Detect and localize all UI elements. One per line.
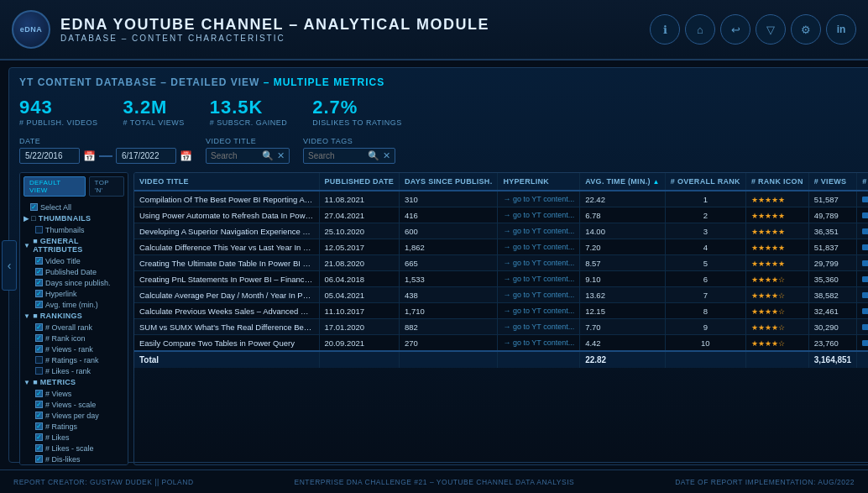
checkbox-thumbnails[interactable] [35, 226, 43, 233]
label-views: # Views [45, 390, 71, 398]
video-tags-filter-group: Video tags 🔍 ✕ [303, 137, 395, 164]
cell-hyperlink[interactable]: → go to YT content... [498, 303, 580, 319]
checkbox-ratings-rank[interactable] [35, 356, 43, 364]
search-icon-tags: 🔍 [368, 150, 379, 161]
kpi-value-dislikes: 2.7% [312, 97, 402, 118]
sidebar-item-views-scale[interactable]: # Views - scale [24, 399, 124, 410]
date-to-input[interactable] [116, 148, 176, 164]
linkedin-button[interactable]: in [826, 14, 856, 45]
sidebar-item-views-per-day[interactable]: # Views per day [24, 410, 124, 421]
sidebar-item-overall-rank[interactable]: # Overall rank [24, 322, 124, 333]
cell-hyperlink[interactable]: → go to YT content... [498, 239, 580, 255]
video-tags-search-input[interactable] [308, 151, 364, 160]
sidebar-item-avg-time[interactable]: Avg. time (min.) [24, 299, 124, 310]
cell-hyperlink[interactable]: → go to YT content... [498, 207, 580, 223]
settings-button[interactable]: ⚙ [791, 14, 821, 45]
cell-rank: 8 [665, 303, 745, 319]
label-hyperlink: Hyperlink [45, 290, 77, 298]
cell-hyperlink[interactable]: → go to YT content... [498, 255, 580, 271]
checkbox-views-per-day[interactable] [35, 412, 43, 419]
home-button[interactable]: ⌂ [685, 14, 715, 45]
checkbox-dislikes[interactable] [35, 455, 43, 463]
table-row: Calculate Previous Weeks Sales – Advance… [134, 303, 868, 319]
cell-hyperlink[interactable]: → go to YT content... [498, 287, 580, 303]
total-label: Total [134, 351, 319, 368]
cell-avg-time: 14.00 [580, 223, 666, 239]
checkbox-rank-icon[interactable] [35, 334, 43, 342]
sidebar[interactable]: Default view TOP 'N' Select All ▶ □ Thum… [19, 172, 128, 465]
video-title-search-input[interactable] [211, 151, 259, 160]
col-overall-rank[interactable]: # Overall rank [665, 173, 745, 191]
total-blank-published [319, 351, 400, 368]
sidebar-item-ratings-rank[interactable]: # Ratings - rank [24, 354, 124, 365]
sidebar-section-thumbnails[interactable]: ▶ □ Thumbnails [24, 212, 124, 224]
date-from-input[interactable] [19, 148, 80, 164]
col-published-date[interactable]: Published Date [319, 173, 400, 191]
sidebar-item-views-rank[interactable]: # Views - rank [24, 344, 124, 354]
sidebar-select-all[interactable]: Select All [24, 202, 124, 212]
cell-hyperlink[interactable]: → go to YT content... [498, 319, 580, 335]
cell-hyperlink[interactable]: → go to YT content... [498, 223, 580, 239]
col-avg-time[interactable]: Avg. time (min.) ▲ [580, 173, 666, 191]
sidebar-item-published-date[interactable]: Published Date [24, 266, 124, 277]
checkbox-published-date[interactable] [35, 268, 43, 275]
col-days-since[interactable]: Days since publish. [400, 173, 498, 191]
cell-rank: 2 [665, 207, 745, 223]
top-n-button[interactable]: TOP 'N' [89, 176, 124, 197]
col-views[interactable]: # Views [808, 173, 857, 191]
sidebar-item-days[interactable]: Days since publish. [24, 277, 124, 288]
default-view-button[interactable]: Default view [24, 176, 86, 197]
sidebar-item-video-title[interactable]: Video Title [24, 255, 124, 266]
prev-arrow-button[interactable]: ‹ [2, 240, 17, 291]
label-views-rank: # Views - rank [45, 345, 93, 354]
sidebar-item-dislikes[interactable]: # Dis-likes [24, 454, 124, 464]
total-blank-icon [745, 351, 808, 368]
cell-hyperlink[interactable]: → go to YT content... [498, 191, 580, 207]
kpi-total-views: 3.2M # Total views [123, 97, 185, 127]
checkbox-video-title[interactable] [35, 257, 43, 265]
sidebar-item-rank-icon[interactable]: # Rank icon [24, 333, 124, 344]
checkbox-avg-time[interactable] [35, 301, 43, 308]
rankings-section-label: ■ Rankings [33, 312, 82, 320]
checkbox-days[interactable] [35, 279, 43, 286]
sidebar-item-likes[interactable]: # Likes [24, 432, 124, 443]
cell-rank: 4 [665, 239, 745, 255]
filter-button[interactable]: ▽ [756, 14, 786, 45]
kpi-label-subscr-gained: # Subscr. gained [210, 118, 288, 127]
sidebar-item-likes-scale[interactable]: # Likes - scale [24, 443, 124, 454]
back-button[interactable]: ↩ [720, 14, 750, 45]
sidebar-item-hyperlink[interactable]: Hyperlink [24, 288, 124, 299]
clear-icon-tags[interactable]: ✕ [383, 150, 390, 161]
cell-rank: 3 [665, 223, 745, 239]
cell-views-scale [857, 287, 868, 303]
sidebar-section-rankings[interactable]: ▼ ■ Rankings [24, 310, 124, 322]
video-title-search-wrap: 🔍 ✕ [206, 148, 290, 164]
checkbox-views[interactable] [35, 390, 43, 397]
checkbox-likes-scale[interactable] [35, 444, 43, 452]
cell-rank-icon: ★★★★★ [745, 223, 808, 239]
cell-hyperlink[interactable]: → go to YT content... [498, 271, 580, 287]
sidebar-item-thumbnails[interactable]: Thumbnails [24, 224, 124, 235]
sidebar-item-likes-rank[interactable]: # Likes - rank [24, 365, 124, 376]
checkbox-ratings[interactable] [35, 422, 43, 430]
cell-title: Developing A Superior Navigation Experie… [134, 223, 319, 239]
sidebar-item-views[interactable]: # Views [24, 388, 124, 399]
checkbox-views-rank[interactable] [35, 345, 43, 353]
checkbox-likes[interactable] [35, 433, 43, 441]
select-all-checkbox[interactable] [30, 203, 38, 211]
sidebar-item-dislikes-pct[interactable]: # Dislikes /ratings (%) [24, 464, 124, 465]
clear-icon-title[interactable]: ✕ [277, 150, 285, 161]
app-title: EDNA YOUTUBE CHANNEL – ANALYTICAL MODULE [60, 16, 489, 34]
checkbox-views-scale[interactable] [35, 401, 43, 408]
sidebar-section-general[interactable]: ▼ ■ General attributes [24, 235, 124, 255]
checkbox-overall-rank[interactable] [35, 323, 43, 331]
sidebar-item-ratings[interactable]: # Ratings [24, 421, 124, 432]
info-button[interactable]: ℹ [650, 14, 680, 45]
data-table-wrap[interactable]: Video Title Published Date Days since pu… [133, 172, 868, 465]
date-separator [99, 155, 112, 157]
cell-hyperlink[interactable]: → go to YT content... [498, 335, 580, 352]
checkbox-hyperlink[interactable] [35, 290, 43, 297]
video-title-filter-group: Video Title 🔍 ✕ [206, 137, 290, 164]
checkbox-likes-rank[interactable] [35, 367, 43, 375]
sidebar-section-metrics[interactable]: ▼ ■ Metrics [24, 376, 124, 388]
